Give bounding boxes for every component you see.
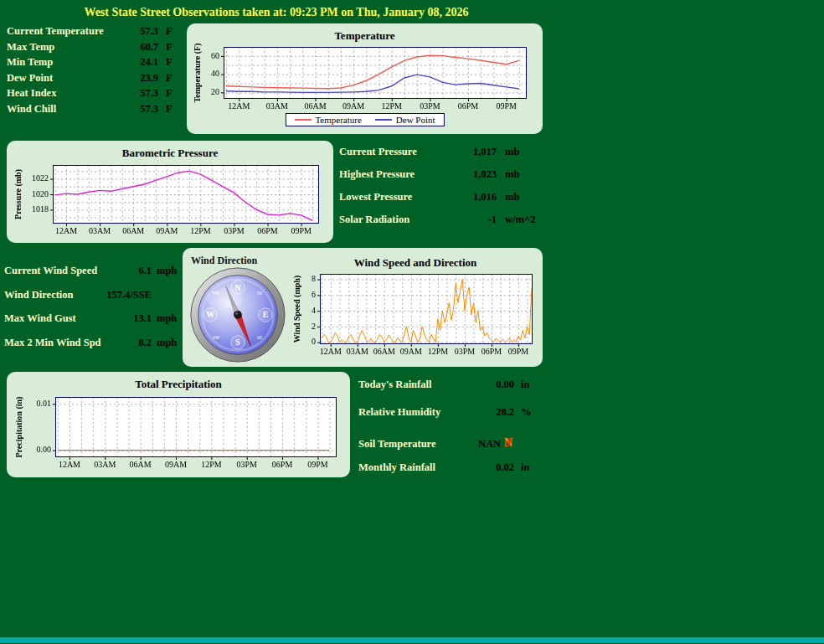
stat-unit: in bbox=[514, 379, 543, 391]
stat-row-wind-direction: Wind Direction 157.4/SSE bbox=[4, 289, 182, 305]
stat-value: 8.2 bbox=[103, 337, 152, 349]
stat-row-dew-point: Dew Point 23.9 F bbox=[7, 72, 184, 88]
stat-label: Min Temp bbox=[7, 56, 123, 69]
stat-row-wind-chill: Wind Chill 57.3 F bbox=[7, 103, 184, 119]
stat-label: Relative Humidity bbox=[358, 406, 476, 419]
stat-value: 57.3 bbox=[123, 25, 158, 38]
stat-label: Soil Temperature bbox=[358, 438, 463, 451]
rain-stats: Today's Rainfall 0.00 in Relative Humidi… bbox=[358, 379, 543, 489]
wind-chart-title: Wind Speed and Direction bbox=[290, 256, 541, 270]
legend-temperature-swatch bbox=[294, 119, 311, 121]
stat-value: 60.7 bbox=[123, 41, 158, 54]
stat-label: Heat Index bbox=[7, 87, 123, 100]
stat-label: Max Temp bbox=[7, 41, 123, 54]
stat-value: 1,023 bbox=[456, 168, 497, 181]
stat-row-solar-radiation: Solar Radiation -1 w/m^2 bbox=[339, 214, 548, 229]
stat-row-max-2min-wind-speed: Max 2 Min Wind Spd 8.2 mph bbox=[4, 337, 182, 353]
pressure-chart bbox=[11, 162, 329, 237]
stat-value: 0.02 bbox=[476, 461, 514, 474]
stat-label: Current Pressure bbox=[339, 146, 456, 158]
nan-icon: N bbox=[503, 435, 514, 452]
stat-value: 157.4/SSE bbox=[103, 289, 152, 301]
temperature-chart-title: Temperature bbox=[187, 23, 543, 43]
weather-dashboard: West State Street Observations taken at:… bbox=[0, 0, 824, 644]
wind-speed-chart bbox=[290, 270, 541, 358]
stat-row-heat-index: Heat Index 57.3 F bbox=[7, 87, 184, 103]
page-title: West State Street Observations taken at:… bbox=[0, 6, 553, 19]
stat-value: -1 bbox=[456, 214, 497, 226]
stat-label: Current Temperature bbox=[7, 25, 123, 38]
stat-label: Dew Point bbox=[7, 72, 123, 85]
compass-north-label: N bbox=[235, 283, 241, 292]
stat-row-relative-humidity: Relative Humidity 28.2 % bbox=[358, 406, 543, 422]
stat-label: Wind Chill bbox=[7, 103, 123, 116]
stat-row-todays-rainfall: Today's Rainfall 0.00 in bbox=[358, 379, 543, 394]
compass-label: Wind Direction bbox=[191, 255, 257, 267]
compass-sw-label: SW bbox=[213, 335, 220, 340]
stat-value: 57.3 bbox=[123, 103, 158, 116]
stat-row-current-wind-speed: Current Wind Speed 6.1 mph bbox=[4, 265, 182, 281]
legend-temperature-label: Temperature bbox=[315, 115, 361, 125]
stat-value: 1,017 bbox=[456, 146, 497, 158]
compass-west-label: W bbox=[206, 310, 214, 319]
stat-unit: F bbox=[158, 103, 184, 116]
wind-compass: N E S W NE SE SW NW bbox=[189, 266, 286, 363]
stat-row-soil-temperature: Soil Temperature NAN N bbox=[358, 434, 543, 450]
compass-hub-highlight bbox=[235, 312, 238, 315]
stat-unit: w/m^2 bbox=[497, 214, 548, 226]
stat-row-current-temperature: Current Temperature 57.3 F bbox=[7, 25, 184, 41]
stat-row-min-temp: Min Temp 24.1 F bbox=[7, 56, 184, 72]
precipitation-chart-panel: Total Precipitation bbox=[7, 372, 350, 477]
stat-label: Lowest Pressure bbox=[339, 191, 456, 204]
wind-panel: Wind Direction bbox=[183, 248, 543, 367]
compass-south-label: S bbox=[235, 337, 239, 347]
stat-unit: F bbox=[158, 25, 184, 38]
precipitation-chart bbox=[12, 394, 345, 471]
stat-value: NAN bbox=[463, 438, 501, 451]
legend-dewpoint-swatch bbox=[375, 119, 392, 121]
stat-row-max-wind-gust: Max Wind Gust 13.1 mph bbox=[4, 312, 182, 328]
stat-label: Current Wind Speed bbox=[4, 265, 103, 277]
pressure-chart-panel: Barometric Pressure bbox=[7, 141, 333, 243]
stat-unit: mph bbox=[152, 337, 182, 349]
stat-value: 1,016 bbox=[456, 191, 497, 204]
stat-value: 28.2 bbox=[476, 406, 514, 419]
pressure-stats: Current Pressure 1,017 mb Highest Pressu… bbox=[339, 146, 548, 236]
stat-unit: % bbox=[514, 406, 543, 419]
compass-ne-label: NE bbox=[256, 291, 263, 296]
stat-row-max-temp: Max Temp 60.7 F bbox=[7, 41, 184, 57]
compass-east-label: E bbox=[263, 310, 268, 319]
compass-hub bbox=[234, 311, 242, 319]
stat-value: 57.3 bbox=[123, 87, 158, 100]
stat-unit: in bbox=[514, 461, 543, 474]
temperature-chart-legend: Temperature Dew Point bbox=[285, 113, 444, 126]
temperature-chart-panel: Temperature Temperature Dew Point bbox=[187, 23, 543, 134]
stat-value: 24.1 bbox=[123, 56, 158, 69]
stat-label: Monthly Rainfall bbox=[358, 461, 476, 474]
stat-unit: F bbox=[158, 72, 184, 85]
stat-label: Today's Rainfall bbox=[358, 379, 476, 391]
compass-nw-label: NW bbox=[212, 291, 220, 296]
stat-label: Solar Radiation bbox=[339, 214, 456, 226]
stat-unit: mph bbox=[152, 265, 182, 277]
stat-label: Highest Pressure bbox=[339, 168, 456, 181]
precipitation-chart-title: Total Precipitation bbox=[7, 372, 350, 391]
temperature-stats: Current Temperature 57.3 F Max Temp 60.7… bbox=[7, 25, 184, 118]
stat-value: 0.00 bbox=[476, 379, 514, 391]
stat-label: Max 2 Min Wind Spd bbox=[4, 337, 103, 349]
legend-dew-point-label: Dew Point bbox=[396, 115, 435, 125]
stat-label: Wind Direction bbox=[4, 289, 103, 301]
stat-unit: mb bbox=[497, 146, 548, 158]
stat-row-highest-pressure: Highest Pressure 1,023 mb bbox=[339, 168, 548, 184]
stat-unit: F bbox=[158, 56, 184, 69]
stat-row-lowest-pressure: Lowest Pressure 1,016 mb bbox=[339, 191, 548, 207]
stat-label: Max Wind Gust bbox=[4, 312, 103, 325]
legend-item-temperature: Temperature bbox=[294, 115, 361, 125]
compass-se-label: SE bbox=[257, 335, 263, 340]
stat-unit: F bbox=[158, 41, 184, 54]
legend-item-dew-point: Dew Point bbox=[375, 115, 435, 125]
wind-stats: Current Wind Speed 6.1 mph Wind Directio… bbox=[4, 265, 182, 360]
stat-value: 13.1 bbox=[103, 312, 152, 325]
stat-row-current-pressure: Current Pressure 1,017 mb bbox=[339, 146, 548, 162]
temperature-chart bbox=[190, 44, 538, 112]
